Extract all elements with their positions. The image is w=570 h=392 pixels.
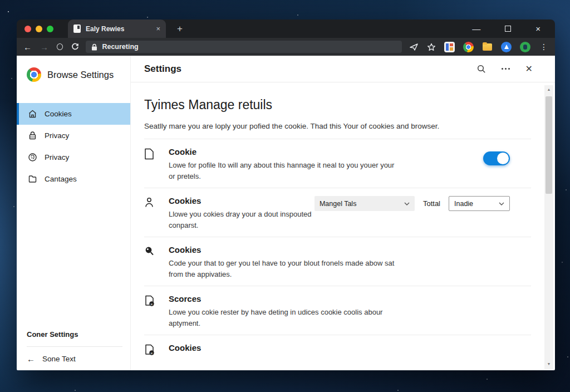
setting-row-scorces: e Scorces Lowe you cokie rester by have … <box>144 286 531 335</box>
lock-icon <box>91 43 97 51</box>
row-title: Cookies <box>169 343 201 352</box>
zoom-traffic-button[interactable] <box>47 26 53 32</box>
address-text: Recureting <box>102 43 138 51</box>
row-description: Lowe for pofile Ito will any about this … <box>169 160 398 182</box>
row-text: Cookie Lowe for pofile Ito will any abou… <box>169 147 398 182</box>
sidebar-back-label: Sone Text <box>42 355 76 363</box>
sidebar-item-privacy-1[interactable]: Privacy <box>17 125 130 146</box>
back-arrow-icon: ← <box>27 354 35 364</box>
lock-icon <box>28 131 37 140</box>
settings-header: Settings ✕ <box>131 56 555 82</box>
page-title: Tyimes Manage retuils <box>144 97 531 112</box>
cookie-toggle[interactable] <box>483 151 510 165</box>
page-content: Browse Settings Cookies Privacy Privacy <box>17 56 555 370</box>
row-description: Lowe you cokie rester by have deting in … <box>169 307 398 329</box>
sidebar-nav: Cookies Privacy Privacy Cantages <box>17 103 130 190</box>
close-settings-icon[interactable]: ✕ <box>525 65 533 74</box>
sidebar-item-label: Privacy <box>45 131 69 140</box>
address-bar[interactable]: Recureting <box>86 41 402 53</box>
more-menu-icon[interactable] <box>502 68 510 70</box>
document-icon <box>144 147 169 162</box>
extension-folder-icon[interactable] <box>482 42 493 52</box>
traffic-lights <box>17 26 62 32</box>
row-title: Scorces <box>169 294 398 303</box>
scrollbar-thumb[interactable] <box>546 96 552 194</box>
row-text: Cookies Llowe you cokies dray your a dou… <box>169 196 315 231</box>
row-title: Cookies <box>169 196 315 205</box>
back-button[interactable]: ← <box>23 43 32 51</box>
close-window-button[interactable]: × <box>535 24 540 33</box>
person-icon <box>144 196 169 210</box>
row-title: Cookies <box>169 245 398 254</box>
send-icon[interactable] <box>410 43 419 51</box>
setting-row-cookies-search: Cookies Code your that to ger you tel ha… <box>144 237 531 286</box>
sidebar-header: Browse Settings <box>17 56 130 86</box>
vertical-scrollbar[interactable]: ▲ ▼ <box>544 85 553 370</box>
settings-rows: Cookie Lowe for pofile Ito will any abou… <box>144 139 531 365</box>
reload-button[interactable] <box>71 43 79 51</box>
row-control <box>483 147 531 165</box>
document-badge-icon: e <box>144 343 169 359</box>
extension-grid-icon[interactable] <box>444 42 455 52</box>
home-circle-icon[interactable] <box>57 43 63 50</box>
tab-favicon-icon <box>73 24 81 33</box>
browser-toolbar: ← → Recureting ⋮ <box>17 38 555 56</box>
chevron-down-icon <box>499 202 504 205</box>
sidebar-item-label: Cantages <box>45 175 77 183</box>
browser-menu-icon[interactable]: ⋮ <box>540 42 548 51</box>
chevron-down-icon <box>404 202 410 205</box>
dropdown-value: Inadie <box>454 200 499 208</box>
maximize-button[interactable] <box>505 26 511 32</box>
dropdown-mangel-tals[interactable]: Mangel Tals <box>315 196 415 211</box>
scroll-up-icon[interactable]: ▲ <box>547 85 551 94</box>
tab-strip: Ealy Rewies × + — × <box>17 19 555 38</box>
minimize-traffic-button[interactable] <box>36 26 42 32</box>
star-field <box>8 11 9 12</box>
window-controls: — × <box>472 24 555 33</box>
settings-page: Tyimes Manage retuils Seatlly mare you a… <box>131 82 543 370</box>
row-text: Cookies Code your that to ger you tel ha… <box>169 245 398 280</box>
extension-drive-icon[interactable] <box>501 42 512 52</box>
tab-title: Ealy Rewies <box>86 25 151 33</box>
row-description: Code your that to ger you tel have to yo… <box>169 258 398 280</box>
sidebar-footer: Coner Settings ← Sone Text <box>27 330 122 364</box>
setting-row-cookies-dropdowns: Cookies Llowe you cokies dray your a dou… <box>144 188 531 237</box>
fingerprint-icon <box>28 153 37 162</box>
search-icon[interactable] <box>477 65 486 74</box>
sidebar-divider <box>27 346 122 347</box>
sidebar-item-label: Privacy <box>45 153 69 161</box>
row-control: Mangel Tals Tottal Inadie <box>315 196 531 211</box>
sidebar-back-link[interactable]: ← Sone Text <box>27 354 122 364</box>
app-title: Browse Settings <box>47 70 114 80</box>
setting-row-cookies-bottom: e Cookies <box>144 335 531 365</box>
magnifier-icon <box>144 245 169 259</box>
row-text: Scorces Lowe you cokie rester by have de… <box>169 294 398 329</box>
home-icon <box>28 109 37 119</box>
settings-main: Settings ✕ Tyimes Manage retuils Seatlly… <box>131 56 555 370</box>
sidebar-item-cantages[interactable]: Cantages <box>17 168 130 190</box>
settings-sidebar: Browse Settings Cookies Privacy Privacy <box>17 56 131 370</box>
bookmark-star-icon[interactable] <box>427 43 436 51</box>
browser-tab[interactable]: Ealy Rewies × <box>68 19 166 38</box>
extension-chrome-icon[interactable] <box>463 42 474 52</box>
scroll-down-icon[interactable]: ▼ <box>547 360 551 369</box>
toggle-knob <box>497 153 509 164</box>
document-badge-icon: e <box>144 294 169 310</box>
sidebar-item-label: Cookies <box>45 110 72 118</box>
close-traffic-button[interactable] <box>24 26 31 32</box>
sidebar-item-cookies[interactable]: Cookies <box>17 103 130 125</box>
new-tab-button[interactable]: + <box>177 23 183 35</box>
page-subtitle: Seatlly mare you are loply your pofied t… <box>144 122 531 130</box>
tab-close-icon[interactable]: × <box>156 24 160 33</box>
chrome-logo-icon <box>27 67 41 82</box>
row-text: Cookies <box>169 343 201 352</box>
minimize-button[interactable]: — <box>472 24 480 33</box>
sidebar-footer-title: Coner Settings <box>27 330 122 339</box>
sidebar-item-privacy-2[interactable]: Privacy <box>17 146 130 168</box>
folder-icon <box>28 174 37 184</box>
dropdown-inadie[interactable]: Inadie <box>449 196 510 211</box>
forward-button[interactable]: → <box>40 43 48 51</box>
extension-profile-icon[interactable] <box>520 42 530 52</box>
browser-window: Ealy Rewies × + — × ← → Recureting <box>17 19 555 370</box>
dropdown-label: Tottal <box>423 199 440 208</box>
